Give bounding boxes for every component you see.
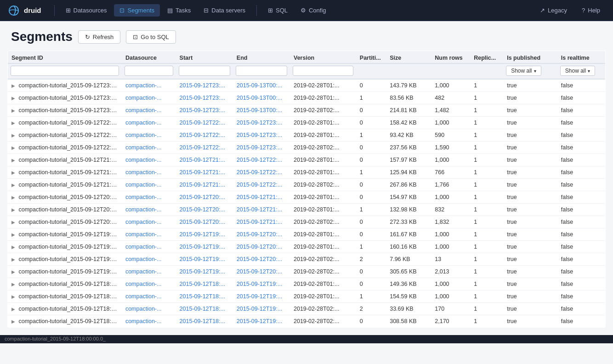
cell-start[interactable]: 2015-09-12T18:...: [176, 315, 233, 328]
nav-datasources[interactable]: ⊞ Datasources: [60, 4, 113, 17]
expand-arrow[interactable]: ▶: [11, 96, 15, 101]
expand-arrow[interactable]: ▶: [11, 294, 15, 299]
cell-end[interactable]: 2015-09-12T22:...: [233, 179, 290, 191]
cell-datasource[interactable]: compaction-...: [122, 117, 176, 129]
nav-data-servers[interactable]: ⊟ Data servers: [198, 4, 251, 17]
cell-end[interactable]: 2015-09-12T19:...: [233, 303, 290, 315]
cell-datasource[interactable]: compaction-...: [122, 154, 176, 166]
expand-arrow[interactable]: ▶: [11, 282, 15, 287]
cell-datasource[interactable]: compaction-...: [122, 253, 176, 266]
cell-start[interactable]: 2015-09-12T23:...: [176, 92, 233, 104]
expand-arrow[interactable]: ▶: [11, 158, 15, 163]
cell-start[interactable]: 2015-09-12T21:...: [176, 179, 233, 191]
expand-arrow[interactable]: ▶: [11, 257, 15, 262]
cell-datasource[interactable]: compaction-...: [122, 241, 176, 253]
nav-legacy[interactable]: ↗ Legacy: [534, 4, 573, 17]
cell-end[interactable]: 2015-09-12T23:...: [233, 129, 290, 142]
show-all-published-button[interactable]: Show all: [506, 66, 541, 76]
cell-end[interactable]: 2015-09-12T23:...: [233, 142, 290, 154]
expand-arrow[interactable]: ▶: [11, 307, 15, 312]
nav-segments[interactable]: ⊡ Segments: [114, 4, 160, 17]
expand-arrow[interactable]: ▶: [11, 182, 15, 188]
cell-start[interactable]: 2015-09-12T22:...: [176, 142, 233, 154]
filter-segment-id-input[interactable]: [11, 66, 119, 76]
expand-arrow[interactable]: ▶: [11, 170, 15, 175]
cell-start[interactable]: 2015-09-12T20:...: [176, 204, 233, 216]
filter-end[interactable]: [233, 63, 290, 79]
cell-start[interactable]: 2015-09-12T20:...: [176, 216, 233, 228]
cell-datasource[interactable]: compaction-...: [122, 204, 176, 216]
cell-start[interactable]: 2015-09-12T23:...: [176, 104, 233, 117]
nav-help[interactable]: ? Help: [576, 4, 606, 17]
cell-start[interactable]: 2015-09-12T23:...: [176, 79, 233, 92]
expand-arrow[interactable]: ▶: [11, 120, 15, 125]
cell-end[interactable]: 2015-09-12T23:...: [233, 117, 290, 129]
cell-datasource[interactable]: compaction-...: [122, 191, 176, 204]
filter-datasource[interactable]: [122, 63, 176, 79]
filter-segment-id[interactable]: [8, 63, 122, 79]
cell-end[interactable]: 2015-09-13T00:...: [233, 104, 290, 117]
cell-end[interactable]: 2015-09-12T21:...: [233, 204, 290, 216]
expand-arrow[interactable]: ▶: [11, 145, 15, 150]
filter-start-input[interactable]: [179, 66, 230, 76]
cell-start[interactable]: 2015-09-12T19:...: [176, 241, 233, 253]
cell-end[interactable]: 2015-09-12T20:...: [233, 241, 290, 253]
cell-datasource[interactable]: compaction-...: [122, 179, 176, 191]
filter-version[interactable]: [290, 63, 356, 79]
cell-start[interactable]: 2015-09-12T21:...: [176, 154, 233, 166]
cell-start[interactable]: 2015-09-12T22:...: [176, 129, 233, 142]
cell-start[interactable]: 2015-09-12T20:...: [176, 191, 233, 204]
cell-end[interactable]: 2015-09-12T19:...: [233, 278, 290, 290]
cell-datasource[interactable]: compaction-...: [122, 216, 176, 228]
cell-start[interactable]: 2015-09-12T18:...: [176, 278, 233, 290]
cell-datasource[interactable]: compaction-...: [122, 278, 176, 290]
cell-end[interactable]: 2015-09-12T19:...: [233, 315, 290, 328]
cell-start[interactable]: 2015-09-12T19:...: [176, 266, 233, 278]
expand-arrow[interactable]: ▶: [11, 195, 15, 200]
cell-start[interactable]: 2015-09-12T18:...: [176, 290, 233, 303]
cell-start[interactable]: 2015-09-12T21:...: [176, 166, 233, 179]
filter-start[interactable]: [176, 63, 233, 79]
cell-end[interactable]: 2015-09-12T19:...: [233, 290, 290, 303]
cell-datasource[interactable]: compaction-...: [122, 92, 176, 104]
cell-datasource[interactable]: compaction-...: [122, 104, 176, 117]
refresh-button[interactable]: ↻ Refresh: [78, 30, 121, 44]
cell-end[interactable]: 2015-09-12T22:...: [233, 154, 290, 166]
filter-end-input[interactable]: [236, 66, 287, 76]
cell-start[interactable]: 2015-09-12T19:...: [176, 253, 233, 266]
nav-tasks[interactable]: ▤ Tasks: [162, 4, 196, 17]
filter-datasource-input[interactable]: [125, 66, 173, 76]
cell-start[interactable]: 2015-09-12T19:...: [176, 228, 233, 241]
cell-end[interactable]: 2015-09-12T21:...: [233, 191, 290, 204]
cell-end[interactable]: 2015-09-12T20:...: [233, 228, 290, 241]
expand-arrow[interactable]: ▶: [11, 319, 15, 324]
cell-start[interactable]: 2015-09-12T22:...: [176, 117, 233, 129]
cell-datasource[interactable]: compaction-...: [122, 228, 176, 241]
show-all-realtime-button[interactable]: Show all: [560, 66, 595, 76]
nav-sql[interactable]: ⊞ SQL: [262, 4, 293, 17]
expand-arrow[interactable]: ▶: [11, 108, 15, 113]
filter-is-realtime[interactable]: Show all: [557, 63, 606, 79]
go-to-sql-button[interactable]: ⊡ Go to SQL: [126, 30, 176, 44]
filter-is-published[interactable]: Show all: [503, 63, 557, 79]
expand-arrow[interactable]: ▶: [11, 245, 15, 250]
cell-end[interactable]: 2015-09-12T21:...: [233, 216, 290, 228]
filter-version-input[interactable]: [293, 66, 353, 76]
expand-arrow[interactable]: ▶: [11, 83, 15, 88]
cell-end[interactable]: 2015-09-13T00:...: [233, 92, 290, 104]
cell-end[interactable]: 2015-09-12T20:...: [233, 253, 290, 266]
cell-end[interactable]: 2015-09-12T22:...: [233, 166, 290, 179]
cell-datasource[interactable]: compaction-...: [122, 303, 176, 315]
cell-datasource[interactable]: compaction-...: [122, 166, 176, 179]
cell-datasource[interactable]: compaction-...: [122, 79, 176, 92]
cell-end[interactable]: 2015-09-13T00:...: [233, 79, 290, 92]
nav-config[interactable]: ⚙ Config: [295, 4, 332, 17]
cell-datasource[interactable]: compaction-...: [122, 290, 176, 303]
expand-arrow[interactable]: ▶: [11, 220, 15, 225]
cell-datasource[interactable]: compaction-...: [122, 129, 176, 142]
expand-arrow[interactable]: ▶: [11, 133, 15, 138]
cell-datasource[interactable]: compaction-...: [122, 266, 176, 278]
expand-arrow[interactable]: ▶: [11, 269, 15, 274]
cell-end[interactable]: 2015-09-12T20:...: [233, 266, 290, 278]
cell-start[interactable]: 2015-09-12T18:...: [176, 303, 233, 315]
